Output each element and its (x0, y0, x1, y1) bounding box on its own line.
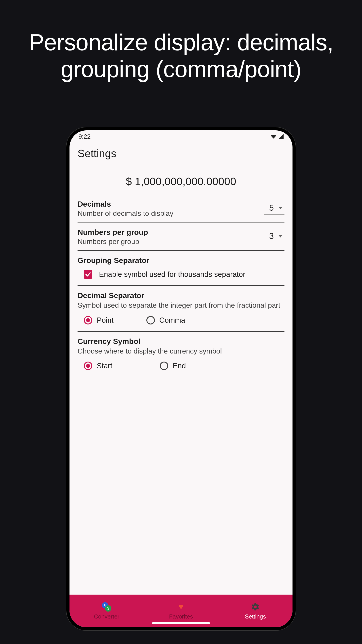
decimals-value: 5 (269, 203, 274, 213)
cursym-option-start[interactable]: Start (84, 362, 149, 370)
bottom-nav: €$ Converter ♥ Favorites Settings (69, 594, 293, 627)
settings-content: $ 1,000,000,000.00000 Decimals Number of… (69, 162, 293, 594)
numbers-per-group-row: Numbers per group Numbers per group 3 (77, 222, 285, 251)
promo-line-2: grouping (comma/point) (61, 56, 301, 82)
nav-settings[interactable]: Settings (218, 594, 293, 627)
cursym-option-end[interactable]: End (160, 362, 211, 370)
decimal-separator-section: Decimal Separator Symbol used to separat… (77, 286, 285, 332)
groups-label: Numbers per group (77, 228, 264, 236)
chevron-down-icon (278, 235, 283, 238)
radio-point-label: Point (97, 316, 113, 324)
check-icon (85, 271, 91, 278)
chevron-down-icon (278, 206, 283, 209)
decsep-option-point[interactable]: Point (84, 316, 135, 324)
grouping-sep-checkbox[interactable] (84, 270, 92, 278)
promo-headline: Personalize display: decimals, grouping … (28, 29, 333, 82)
groups-sub: Numbers per group (77, 238, 264, 246)
nav-converter-label: Converter (94, 613, 119, 620)
radio-end-label: End (173, 362, 186, 370)
gear-icon (251, 602, 260, 612)
nav-settings-label: Settings (245, 613, 266, 620)
format-preview: $ 1,000,000,000.00000 (77, 175, 285, 194)
grouping-sep-title: Grouping Separator (77, 256, 285, 265)
radio-end[interactable] (160, 362, 168, 370)
radio-comma[interactable] (146, 316, 155, 324)
decsep-sub: Symbol used to separate the integer part… (77, 301, 285, 310)
grouping-sep-option[interactable]: Enable symbol used for thousands separat… (77, 270, 285, 278)
status-time: 9:22 (78, 133, 91, 140)
currency-symbol-section: Currency Symbol Choose where to display … (77, 332, 285, 377)
signal-icon (279, 133, 284, 140)
status-bar: 9:22 (69, 130, 293, 143)
nav-converter[interactable]: €$ Converter (69, 594, 144, 627)
phone-screen: 9:22 Settings $ 1,000,000,000.00000 Deci… (69, 130, 293, 627)
converter-icon: €$ (102, 602, 111, 612)
wifi-icon (271, 133, 276, 140)
decimals-sub: Number of decimals to display (77, 209, 264, 218)
promo-line-1: Personalize display: decimals, (28, 29, 333, 55)
radio-point[interactable] (84, 316, 92, 324)
grouping-sep-checkbox-label: Enable symbol used for thousands separat… (99, 270, 245, 278)
grouping-separator-section: Grouping Separator Enable symbol used fo… (77, 251, 285, 286)
cursym-sub: Choose where to display the currency sym… (77, 346, 285, 356)
groups-dropdown[interactable]: 3 (264, 230, 285, 243)
radio-comma-label: Comma (159, 316, 185, 324)
radio-start[interactable] (84, 362, 92, 370)
decsep-option-comma[interactable]: Comma (146, 316, 198, 324)
cursym-title: Currency Symbol (77, 337, 285, 346)
radio-start-label: Start (97, 362, 112, 370)
decimals-dropdown[interactable]: 5 (264, 202, 285, 215)
decimals-row: Decimals Number of decimals to display 5 (77, 194, 285, 222)
groups-value: 3 (269, 232, 274, 241)
phone-frame: 9:22 Settings $ 1,000,000,000.00000 Deci… (66, 127, 296, 630)
home-indicator[interactable] (152, 622, 210, 624)
page-title: Settings (69, 143, 293, 162)
decimals-label: Decimals (77, 200, 264, 208)
decsep-title: Decimal Separator (77, 291, 285, 300)
heart-icon: ♥ (176, 602, 186, 612)
nav-favorites-label: Favorites (169, 613, 193, 620)
